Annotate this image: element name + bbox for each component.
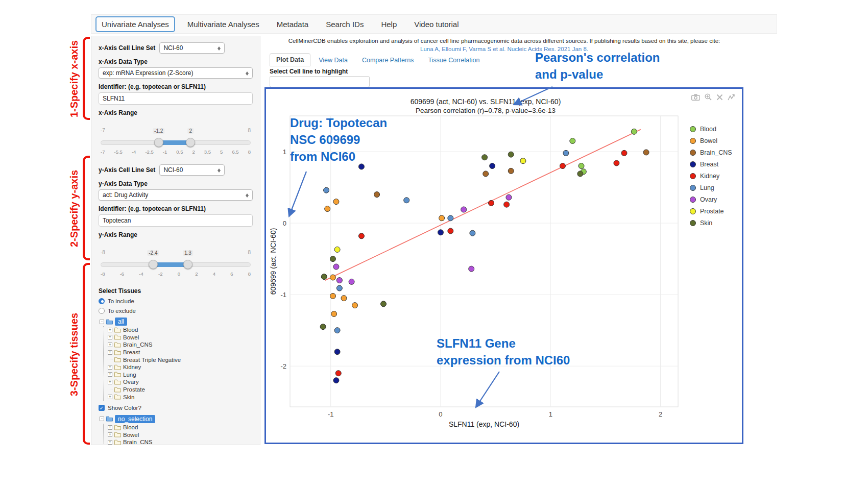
nav-item-help[interactable]: Help [376,17,402,31]
tissue-node-lung[interactable]: +Lung [108,371,253,379]
nav-item-multivariate-analyses[interactable]: Multivariate Analyses [182,17,264,31]
data-point-bowel[interactable] [439,215,445,221]
data-point-kidney[interactable] [335,371,341,376]
slider-handle-low[interactable] [154,138,163,147]
data-point-ovary[interactable] [333,264,339,270]
data-point-lung[interactable] [470,230,475,236]
show-color-checkbox-row[interactable]: ✓ Show Color? [99,404,253,412]
data-point-kidney[interactable] [504,202,510,207]
data-point-breast[interactable] [334,349,340,355]
expand-icon[interactable]: + [108,350,112,355]
tab-plot-data[interactable]: Plot Data [270,53,310,66]
citation-link[interactable]: Luna A, Elloumi F, Varma S et al. Nuclei… [266,46,743,52]
highlight-cell-line-input[interactable] [270,76,370,87]
data-point-kidney[interactable] [358,233,364,239]
data-point-ovary[interactable] [336,278,342,283]
collapse-icon[interactable]: - [100,417,104,421]
collapse-icon[interactable]: - [100,320,104,324]
data-point-blood[interactable] [578,163,584,169]
tab-tissue-correlation[interactable]: Tissue Correlation [422,54,486,66]
tissue-node-blood[interactable]: +Blood [108,326,253,334]
expand-icon[interactable]: + [108,432,112,437]
expand-icon[interactable]: + [108,372,112,377]
data-point-blood[interactable] [631,129,637,134]
data-point-kidney[interactable] [621,150,627,156]
data-point-ovary[interactable] [349,279,354,284]
expand-icon[interactable]: + [108,395,112,399]
data-point-brain-cns[interactable] [643,150,649,155]
tissue-node-breast-triple-negative[interactable]: Breast Triple Negative [108,356,253,363]
data-point-skin[interactable] [508,152,514,157]
data-point-skin[interactable] [577,171,583,177]
x-cell-line-set-select[interactable]: NCI-60 [159,42,225,54]
expand-icon[interactable]: + [108,343,112,347]
y-identifier-input[interactable] [99,214,253,227]
data-point-breast[interactable] [438,230,443,235]
nav-item-video-tutorial[interactable]: Video tutorial [409,17,464,31]
data-point-bowel[interactable] [331,311,337,316]
data-point-ovary[interactable] [461,207,467,212]
data-point-prostate[interactable] [520,158,526,164]
tissue-node-prostate[interactable]: Prostate [108,386,253,394]
autoscale-icon[interactable] [728,94,735,101]
data-point-breast[interactable] [490,163,495,169]
expand-icon[interactable]: + [108,335,112,339]
data-point-bowel[interactable] [333,199,339,205]
expand-icon[interactable]: + [108,440,112,445]
data-point-kidney[interactable] [448,228,453,234]
legend-item-prostate[interactable]: Prostate [690,208,732,215]
tissue-node-kidney[interactable]: +Kidney [108,363,253,371]
radio-to-exclude[interactable]: To exclude [99,306,253,315]
expand-icon[interactable]: + [108,328,112,332]
data-point-ovary[interactable] [469,266,474,272]
tab-compare-patterns[interactable]: Compare Patterns [356,54,420,66]
data-point-brain-cns[interactable] [508,168,514,174]
y-data-type-select[interactable]: act: Drug Activity [99,189,253,201]
data-point-skin[interactable] [320,324,326,330]
y-cell-line-set-select[interactable]: NCI-60 [159,164,225,176]
data-point-kidney[interactable] [560,163,565,169]
pan-icon[interactable] [716,94,723,101]
data-point-bowel[interactable] [341,296,347,301]
slider-handle-high[interactable] [186,138,195,147]
slider-handle-high[interactable] [183,260,192,269]
radio-to-include[interactable]: To include [99,297,253,305]
tissue-node-brain-cns[interactable]: +Brain_CNS [108,438,253,445]
data-point-brain-cns[interactable] [374,192,380,198]
legend-item-lung[interactable]: Lung [690,184,732,191]
nav-item-metadata[interactable]: Metadata [272,17,314,31]
x-axis-range-slider[interactable]: -78-1.22-7-5.5-4-2.5-10.523.556.58 [101,128,251,158]
data-point-bowel[interactable] [330,293,335,299]
tissue-node-breast[interactable]: +Breast [108,349,253,356]
expand-icon[interactable]: + [108,365,112,370]
x-data-type-select[interactable]: exp: mRNA Expression (Z-Score) [99,67,253,79]
legend-item-blood[interactable]: Blood [690,126,732,133]
data-point-prostate[interactable] [334,247,340,252]
data-point-skin[interactable] [482,155,488,160]
data-point-lung[interactable] [334,328,340,333]
data-point-skin[interactable] [381,301,387,307]
expand-icon[interactable]: + [108,425,112,430]
data-point-bowel[interactable] [330,275,335,280]
tissue-node-skin[interactable]: +Skin [108,393,253,401]
data-point-lung[interactable] [563,150,569,156]
data-point-lung[interactable] [324,187,329,193]
tree-root-no-selection[interactable]: - no_selection [100,414,253,424]
tissue-node-ovary[interactable]: +Ovary [108,378,253,386]
data-point-bowel[interactable] [352,303,358,308]
legend-item-skin[interactable]: Skin [690,219,732,227]
x-identifier-input[interactable] [99,92,253,105]
data-point-blood[interactable] [570,138,575,144]
data-point-kidney[interactable] [614,160,619,166]
data-point-skin[interactable] [321,274,327,280]
tissue-node-blood[interactable]: +Blood [108,424,253,431]
data-point-bowel[interactable] [325,206,330,212]
data-point-breast[interactable] [333,378,339,383]
data-point-skin[interactable] [330,256,335,262]
tissue-node-bowel[interactable]: +Bowel [108,431,253,439]
data-point-brain-cns[interactable] [483,171,489,177]
legend-item-breast[interactable]: Breast [690,161,732,168]
slider-handle-low[interactable] [149,260,158,269]
legend-item-ovary[interactable]: Ovary [690,196,732,203]
tab-view-data[interactable]: View Data [312,54,354,66]
